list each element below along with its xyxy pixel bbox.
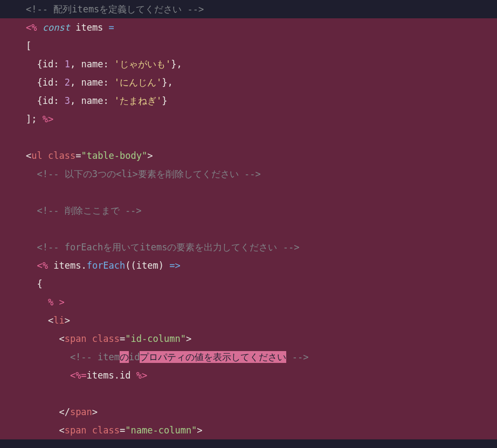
code-line[interactable] <box>0 384 497 403</box>
token: id <box>43 95 53 106</box>
token: <!-- forEachを用いてitemsの要素を出力してください --> <box>26 242 299 253</box>
token: 'じゃがいも' <box>114 59 171 69</box>
token: span <box>70 407 92 417</box>
token: < <box>26 333 65 344</box>
token: </ <box>26 407 70 417</box>
token: ) <box>158 260 169 271</box>
token: name <box>81 59 103 69</box>
token: id <box>129 352 140 362</box>
token: <!-- 以下の3つの<li>要素を削除してください --> <box>26 169 261 179</box>
code-line[interactable]: <span class="name-column"> <box>0 421 497 439</box>
code-line[interactable]: <!-- 削除ここまで --> <box>0 201 497 220</box>
token: 1 <box>65 59 70 69</box>
token: <!-- 削除ここまで --> <box>26 205 142 216</box>
code-line[interactable]: <!-- 以下の3つの<li>要素を削除してください --> <box>0 165 497 183</box>
code-line[interactable]: <ul class="table-body"> <box>0 146 497 165</box>
code-line[interactable]: </span> <box>0 403 497 421</box>
code-line[interactable]: <li> <box>0 311 497 330</box>
code-line[interactable]: <span class="id-column"> <box>0 330 497 348</box>
token: (( <box>125 260 136 271</box>
token: { <box>26 59 43 69</box>
token: <!-- item <box>26 352 120 362</box>
token: 'たまねぎ' <box>114 95 162 106</box>
code-line[interactable]: <%=items.id %> <box>0 366 497 384</box>
token: < <box>26 150 31 161</box>
token: 3 <box>65 95 70 106</box>
code-line[interactable]: <!-- itemのidプロパティの値を表示してください --> <box>0 348 497 366</box>
token: id <box>43 77 53 88</box>
token: "table-body" <box>81 150 147 161</box>
code-line[interactable]: {id: 2, name: 'にんじん'}, <box>0 73 497 92</box>
token: span <box>65 333 87 344</box>
token: class <box>92 425 120 436</box>
token: , <box>70 95 81 106</box>
code-line[interactable]: <!-- 配列itemsを定義してください --> <box>0 0 497 18</box>
code-editor[interactable]: <!-- 配列itemsを定義してください --><% const items … <box>0 0 497 448</box>
token: name <box>81 77 103 88</box>
code-line[interactable]: {id: 3, name: 'たまねぎ'} <box>0 92 497 110</box>
token: forEach <box>87 260 126 271</box>
token: : <box>53 95 64 106</box>
token <box>87 425 92 436</box>
token: プロパティの値を表示してください <box>140 351 286 363</box>
token <box>26 260 37 271</box>
token: < <box>26 315 53 326</box>
token: { <box>26 77 43 88</box>
token: [ <box>26 40 31 51</box>
token: = <box>120 425 125 436</box>
token: = <box>120 333 125 344</box>
code-line[interactable]: {id: 1, name: 'じゃがいも'}, <box>0 55 497 73</box>
token: = <box>75 150 81 161</box>
token <box>103 22 108 33</box>
token: class <box>48 150 75 161</box>
code-line[interactable] <box>0 220 497 238</box>
token: class <box>92 333 120 344</box>
code-line[interactable]: <% const items = <box>0 18 497 37</box>
token: }, <box>162 77 172 88</box>
token: , <box>70 77 81 88</box>
token: item <box>136 260 158 271</box>
token: <% <box>26 22 37 33</box>
code-line[interactable]: { <box>0 275 497 293</box>
code-line[interactable]: [ <box>0 37 497 55</box>
token: span <box>65 425 87 436</box>
token: : <box>103 77 114 88</box>
token: --> <box>286 352 308 362</box>
code-line[interactable] <box>0 128 497 146</box>
token <box>37 22 42 33</box>
token: 'にんじん' <box>114 77 162 88</box>
token: "id-column" <box>125 333 186 344</box>
token <box>131 370 136 381</box>
code-line[interactable]: <% items.forEach((item) => <box>0 256 497 275</box>
token: items <box>53 260 81 271</box>
token: id <box>120 370 130 381</box>
token: id <box>43 59 53 69</box>
token: : <box>53 77 64 88</box>
code-line[interactable]: % > <box>0 293 497 311</box>
code-line[interactable]: ]; %> <box>0 110 497 128</box>
token: => <box>169 260 180 271</box>
token: ]; <box>26 114 43 124</box>
token: > <box>92 407 98 417</box>
token: { <box>26 278 43 289</box>
code-line[interactable]: <!-- forEachを用いてitemsの要素を出力してください --> <box>0 238 497 256</box>
token: }, <box>171 59 182 69</box>
token: = <box>109 22 114 33</box>
token: : <box>53 59 64 69</box>
token: %> <box>43 114 53 124</box>
token: li <box>53 315 64 326</box>
token <box>26 370 70 381</box>
token: % <box>48 297 53 307</box>
token: > <box>186 333 191 344</box>
token: : <box>103 59 114 69</box>
token: { <box>26 95 43 106</box>
token: items <box>75 22 103 33</box>
token <box>26 297 48 307</box>
token: 2 <box>65 77 70 88</box>
code-line[interactable] <box>0 183 497 201</box>
token <box>70 22 75 33</box>
code-area[interactable]: <!-- 配列itemsを定義してください --><% const items … <box>0 0 497 448</box>
token <box>43 150 48 161</box>
token: > <box>197 425 202 436</box>
token: , <box>70 59 81 69</box>
